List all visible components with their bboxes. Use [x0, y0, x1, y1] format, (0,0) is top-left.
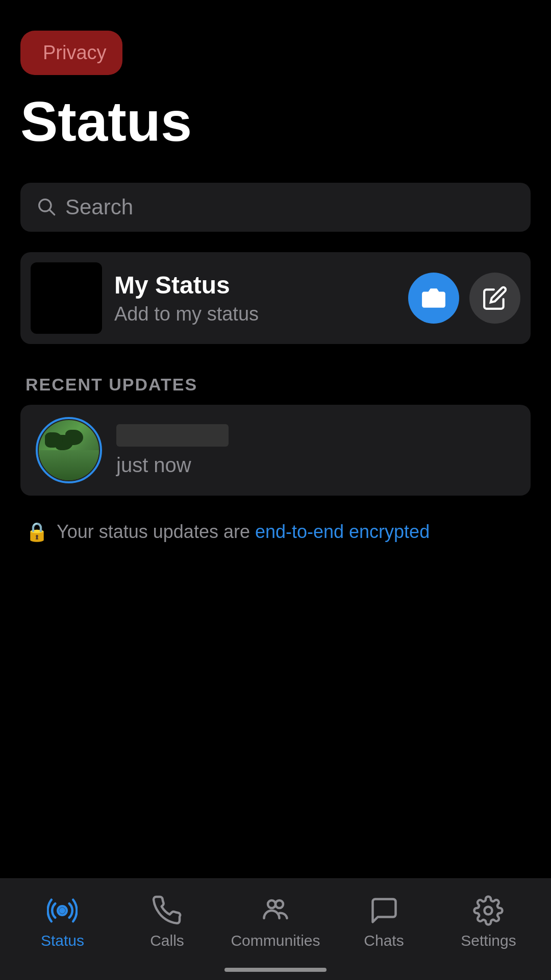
my-status-actions — [408, 273, 520, 324]
nav-label-calls: Calls — [150, 932, 184, 949]
nav-label-status: Status — [41, 932, 84, 949]
encryption-notice: 🔒 Your status updates are end-to-end enc… — [0, 506, 551, 558]
search-bar — [20, 183, 531, 232]
bottom-nav: Status Calls Communities — [0, 878, 551, 980]
status-avatar-ring — [36, 417, 102, 483]
svg-point-4 — [61, 909, 65, 913]
encryption-link[interactable]: end-to-end encrypted — [255, 521, 430, 542]
status-item-info: just now — [116, 424, 515, 477]
svg-point-7 — [485, 907, 492, 915]
my-status-title: My Status — [114, 271, 396, 299]
lock-icon: 🔒 — [26, 521, 48, 543]
nav-item-calls[interactable]: Calls — [126, 894, 208, 949]
pencil-button[interactable] — [469, 273, 520, 324]
avatar — [39, 420, 99, 480]
nav-item-status[interactable]: Status — [21, 894, 103, 949]
recent-updates-section: RECENT UPDATES just now — [20, 375, 531, 496]
privacy-button[interactable]: Privacy — [20, 31, 122, 75]
status-item-time: just now — [116, 454, 515, 477]
page-title: Status — [20, 90, 531, 152]
nav-item-communities[interactable]: Communities — [231, 894, 320, 949]
status-screen: Privacy Status My Status Add to my statu… — [0, 0, 551, 980]
communities-nav-icon — [259, 894, 292, 927]
calls-nav-icon — [151, 894, 183, 927]
status-nav-icon — [46, 894, 79, 927]
nav-label-settings: Settings — [461, 932, 516, 949]
nav-item-settings[interactable]: Settings — [447, 894, 529, 949]
search-icon — [36, 196, 56, 218]
my-status-text: My Status Add to my status — [114, 271, 396, 325]
svg-point-6 — [276, 900, 283, 908]
search-input[interactable] — [65, 195, 515, 219]
encryption-text: Your status updates are end-to-end encry… — [57, 521, 430, 543]
nav-label-communities: Communities — [231, 932, 320, 949]
recent-updates-label: RECENT UPDATES — [20, 375, 531, 395]
my-status-thumbnail — [31, 262, 102, 334]
svg-line-1 — [50, 210, 55, 215]
my-status-subtitle: Add to my status — [114, 303, 396, 325]
camera-button[interactable] — [408, 273, 459, 324]
status-avatar-wrap — [36, 417, 102, 483]
camera-icon — [421, 285, 446, 311]
home-indicator — [224, 968, 327, 972]
header: Privacy Status — [0, 0, 551, 178]
my-status-card: My Status Add to my status — [20, 252, 531, 344]
search-container — [20, 183, 531, 232]
nav-item-chats[interactable]: Chats — [343, 894, 425, 949]
status-item-name-redacted — [116, 424, 229, 447]
nav-label-chats: Chats — [364, 932, 404, 949]
status-item[interactable]: just now — [20, 405, 531, 496]
chats-nav-icon — [368, 894, 400, 927]
pencil-icon — [482, 285, 508, 311]
settings-nav-icon — [472, 894, 505, 927]
